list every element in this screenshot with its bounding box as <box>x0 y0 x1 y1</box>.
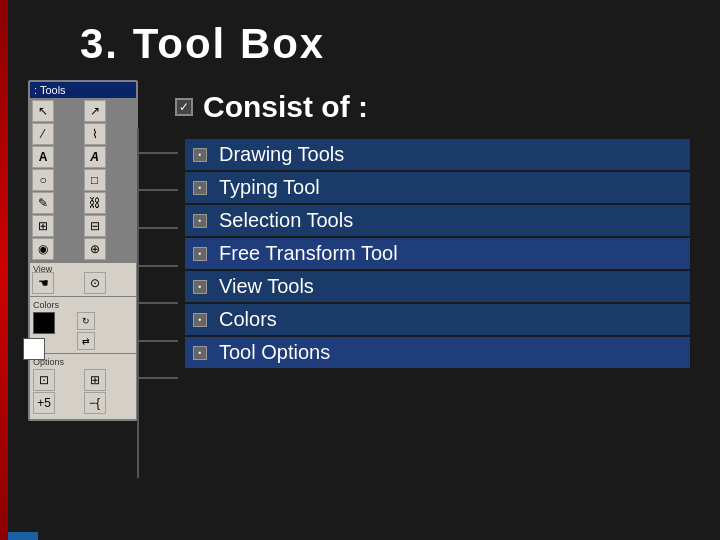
rect-tool-icon[interactable]: □ <box>84 169 106 191</box>
item-checkbox-typing <box>193 181 207 195</box>
option-tool4[interactable]: −{ <box>84 392 106 414</box>
option-tool2[interactable]: ⊞ <box>84 369 106 391</box>
blue-accent-bar <box>8 532 38 540</box>
crop-tool-icon[interactable]: ⊟ <box>84 215 106 237</box>
options-section-label: Options <box>33 357 133 367</box>
consist-label: Consist of : <box>203 90 368 124</box>
list-item: Drawing Tools <box>185 139 690 170</box>
item-text-options: Tool Options <box>219 341 330 364</box>
options-tools: ⊡ ⊞ +5 −{ <box>33 367 133 416</box>
list-item: Selection Tools <box>185 205 690 236</box>
pen-tool-icon[interactable]: ✎ <box>32 192 54 214</box>
pointer-tool-icon[interactable]: ↗ <box>84 100 106 122</box>
tools-panel: : Tools ↖ ↗ ∕ ⌇ A A ○ □ ✎ ⛓ ⊞ ⊟ ◉ ⊕ View… <box>28 80 138 421</box>
grid-tool-icon[interactable]: ⊞ <box>32 215 54 237</box>
colors-section-label: Colors <box>33 300 133 310</box>
color-tool1[interactable]: ↻ <box>77 312 95 330</box>
item-checkbox-drawing <box>193 148 207 162</box>
blur-tool-icon[interactable]: ◉ <box>32 238 54 260</box>
consist-of-header: Consist of : <box>175 90 690 124</box>
list-item: Typing Tool <box>185 172 690 203</box>
background-color-box[interactable] <box>23 338 45 360</box>
item-checkbox-viewtools <box>193 280 207 294</box>
consist-checkbox-icon <box>175 98 193 116</box>
paint-tool-icon[interactable]: ⌇ <box>84 123 106 145</box>
color-tool2[interactable]: ⇄ <box>77 332 95 350</box>
list-item: Tool Options <box>185 337 690 368</box>
accent-bar <box>0 0 8 540</box>
tools-grid: ↖ ↗ ∕ ⌇ A A ○ □ ✎ ⛓ ⊞ ⊟ ◉ ⊕ <box>30 98 136 262</box>
brush-tool-icon[interactable]: ∕ <box>32 123 54 145</box>
text-tool-icon[interactable]: A <box>32 146 54 168</box>
item-checkbox-selection <box>193 214 207 228</box>
list-item: Free Transform Tool <box>185 238 690 269</box>
color-boxes: ↻ ⇄ <box>33 312 133 350</box>
item-text-drawing: Drawing Tools <box>219 143 344 166</box>
page-title: 3. Tool Box <box>80 20 325 68</box>
item-text-viewtools: View Tools <box>219 275 314 298</box>
list-item: Colors <box>185 304 690 335</box>
item-checkbox-freetransform <box>193 247 207 261</box>
content-area: Consist of : Drawing Tools Typing Tool S… <box>175 90 690 370</box>
clone-tool-icon[interactable]: ⊕ <box>84 238 106 260</box>
arrow-tool-icon[interactable]: ↖ <box>32 100 54 122</box>
option-tool1[interactable]: ⊡ <box>33 369 55 391</box>
hand-tool-icon[interactable]: ☚ <box>32 272 54 294</box>
link-tool-icon[interactable]: ⛓ <box>84 192 106 214</box>
tools-panel-title: : Tools <box>30 82 136 98</box>
item-text-colors: Colors <box>219 308 277 331</box>
item-text-selection: Selection Tools <box>219 209 353 232</box>
items-list: Drawing Tools Typing Tool Selection Tool… <box>185 139 690 368</box>
zoom-tool-icon[interactable]: ⊙ <box>84 272 106 294</box>
option-tool3[interactable]: +5 <box>33 392 55 414</box>
item-text-freetransform: Free Transform Tool <box>219 242 398 265</box>
options-section: Options ⊡ ⊞ +5 −{ <box>30 353 136 419</box>
text2-tool-icon[interactable]: A <box>84 146 106 168</box>
list-item: View Tools <box>185 271 690 302</box>
item-checkbox-options <box>193 346 207 360</box>
foreground-color-box[interactable] <box>33 312 55 334</box>
colors-section: Colors ↻ ⇄ <box>30 296 136 353</box>
ellipse-tool-icon[interactable]: ○ <box>32 169 54 191</box>
item-checkbox-colors <box>193 313 207 327</box>
item-text-typing: Typing Tool <box>219 176 320 199</box>
view-section-label: View <box>30 262 136 270</box>
view-section: ☚ ⊙ <box>30 270 136 296</box>
